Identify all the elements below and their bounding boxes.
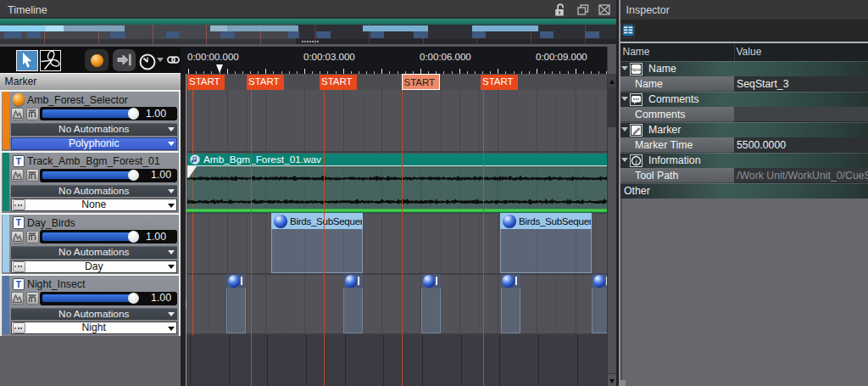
svg-text:i: i (635, 157, 637, 165)
svg-text:Name: Name (631, 67, 642, 71)
